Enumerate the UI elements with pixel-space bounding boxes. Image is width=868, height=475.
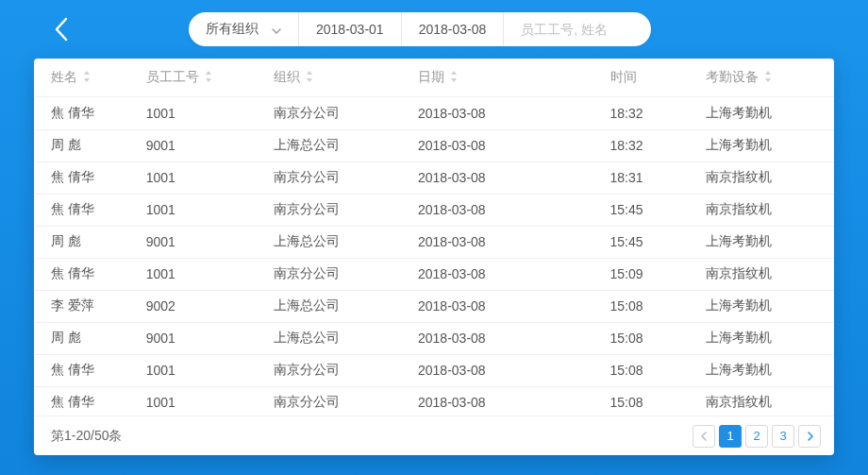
page-button-1[interactable]: 1 xyxy=(719,425,742,448)
table-row[interactable]: 焦 倩华1001南京分公司2018-03-0818:32上海考勤机 xyxy=(34,97,834,129)
col-header-date[interactable]: 日期 xyxy=(418,59,610,96)
cell-time: 15:09 xyxy=(610,258,707,290)
cell-emp_no: 1001 xyxy=(146,161,275,194)
date-from-value: 2018-03-01 xyxy=(316,22,384,37)
cell-name: 周 彪 xyxy=(34,322,146,354)
cell-org: 南京分公司 xyxy=(274,354,418,386)
cell-device: 上海考勤机 xyxy=(706,226,834,258)
cell-time: 18:32 xyxy=(610,97,707,129)
search-field-wrapper xyxy=(504,12,651,46)
cell-device: 上海考勤机 xyxy=(706,290,834,322)
page-next-button[interactable] xyxy=(798,425,821,448)
table-row[interactable]: 李 爱萍9002上海总公司2018-03-0815:08上海考勤机 xyxy=(34,290,834,322)
sort-icon xyxy=(306,70,313,85)
cell-date: 2018-03-08 xyxy=(418,258,610,290)
cell-device: 南京指纹机 xyxy=(706,161,834,194)
page-button-2[interactable]: 2 xyxy=(745,425,768,448)
table-scroll[interactable]: 焦 倩华1001南京分公司2018-03-0818:32上海考勤机周 彪9001… xyxy=(34,96,834,416)
cell-time: 15:08 xyxy=(610,386,707,416)
cell-org: 南京分公司 xyxy=(274,97,418,129)
table-row[interactable]: 焦 倩华1001南京分公司2018-03-0815:08南京指纹机 xyxy=(34,386,834,416)
cell-name: 李 爱萍 xyxy=(34,290,146,322)
cell-emp_no: 9001 xyxy=(146,226,275,258)
attendance-table-body: 焦 倩华1001南京分公司2018-03-0818:32上海考勤机周 彪9001… xyxy=(34,97,834,416)
cell-device: 南京指纹机 xyxy=(706,386,834,416)
col-header-device[interactable]: 考勤设备 xyxy=(706,59,834,96)
sort-icon xyxy=(450,70,458,85)
chevron-left-icon xyxy=(54,17,69,42)
cell-name: 焦 倩华 xyxy=(34,354,146,386)
cell-device: 上海考勤机 xyxy=(706,129,834,161)
back-button[interactable] xyxy=(47,15,75,43)
org-select-label: 所有组织 xyxy=(206,21,259,38)
table-row[interactable]: 周 彪9001上海总公司2018-03-0818:32上海考勤机 xyxy=(34,129,834,161)
cell-emp_no: 1001 xyxy=(146,97,275,129)
cell-emp_no: 9001 xyxy=(146,322,275,354)
cell-date: 2018-03-08 xyxy=(418,354,610,386)
cell-date: 2018-03-08 xyxy=(418,386,610,416)
col-header-empno[interactable]: 员工工号 xyxy=(146,59,275,96)
table-row[interactable]: 周 彪9001上海总公司2018-03-0815:08上海考勤机 xyxy=(34,322,834,354)
sort-icon xyxy=(764,70,772,85)
cell-device: 南京指纹机 xyxy=(706,194,834,226)
cell-date: 2018-03-08 xyxy=(418,129,610,161)
sort-icon xyxy=(83,70,91,85)
filter-bar: 所有组织 2018-03-01 2018-03-08 xyxy=(189,12,651,46)
page-button-3[interactable]: 3 xyxy=(772,425,794,448)
cell-name: 周 彪 xyxy=(34,226,146,258)
cell-name: 焦 倩华 xyxy=(34,161,146,194)
cell-time: 15:45 xyxy=(610,226,707,258)
cell-org: 南京分公司 xyxy=(274,194,418,226)
cell-time: 15:45 xyxy=(610,194,707,226)
cell-name: 焦 倩华 xyxy=(34,97,146,129)
cell-time: 18:31 xyxy=(610,161,707,194)
cell-emp_no: 1001 xyxy=(146,354,275,386)
cell-time: 18:32 xyxy=(610,129,707,161)
search-input[interactable] xyxy=(521,22,634,37)
cell-name: 焦 倩华 xyxy=(34,258,146,290)
cell-name: 焦 倩华 xyxy=(34,194,146,226)
chevron-left-icon xyxy=(701,432,708,441)
cell-org: 南京分公司 xyxy=(274,386,418,416)
cell-date: 2018-03-08 xyxy=(418,226,610,258)
cell-emp_no: 9002 xyxy=(146,290,275,322)
cell-name: 周 彪 xyxy=(34,129,146,161)
cell-date: 2018-03-08 xyxy=(418,161,610,194)
cell-emp_no: 9001 xyxy=(146,129,275,161)
cell-emp_no: 1001 xyxy=(146,258,275,290)
cell-emp_no: 1001 xyxy=(146,194,275,226)
cell-date: 2018-03-08 xyxy=(418,97,610,129)
cell-time: 15:08 xyxy=(610,354,707,386)
cell-org: 上海总公司 xyxy=(274,129,418,161)
cell-date: 2018-03-08 xyxy=(418,290,610,322)
cell-time: 15:08 xyxy=(610,322,707,354)
col-header-name[interactable]: 姓名 xyxy=(34,59,146,96)
attendance-card: 姓名 员工工号 组织 日期 时间 考勤设备 焦 倩华1001南京分公司2018-… xyxy=(34,59,834,455)
table-row[interactable]: 焦 倩华1001南京分公司2018-03-0818:31南京指纹机 xyxy=(34,161,834,194)
table-row[interactable]: 焦 倩华1001南京分公司2018-03-0815:09南京指纹机 xyxy=(34,258,834,290)
col-header-org[interactable]: 组织 xyxy=(274,59,418,96)
pagination-info: 第1-20/50条 xyxy=(51,428,122,445)
cell-device: 上海考勤机 xyxy=(706,97,834,129)
sort-icon xyxy=(205,70,212,85)
cell-device: 南京指纹机 xyxy=(706,258,834,290)
table-footer: 第1-20/50条 123 xyxy=(34,416,834,455)
cell-org: 南京分公司 xyxy=(274,161,418,194)
page-prev-button[interactable] xyxy=(693,425,715,448)
cell-org: 上海总公司 xyxy=(274,226,418,258)
cell-date: 2018-03-08 xyxy=(418,194,610,226)
col-header-time[interactable]: 时间 xyxy=(610,59,707,96)
table-row[interactable]: 焦 倩华1001南京分公司2018-03-0815:08上海考勤机 xyxy=(34,354,834,386)
cell-org: 上海总公司 xyxy=(274,322,418,354)
cell-device: 上海考勤机 xyxy=(706,354,834,386)
cell-emp_no: 1001 xyxy=(146,386,275,416)
attendance-table-head: 姓名 员工工号 组织 日期 时间 考勤设备 xyxy=(34,59,834,96)
table-row[interactable]: 焦 倩华1001南京分公司2018-03-0815:45南京指纹机 xyxy=(34,194,834,226)
date-to-input[interactable]: 2018-03-08 xyxy=(402,12,505,46)
date-from-input[interactable]: 2018-03-01 xyxy=(299,12,402,46)
cell-date: 2018-03-08 xyxy=(418,322,610,354)
org-select[interactable]: 所有组织 xyxy=(189,12,299,46)
cell-name: 焦 倩华 xyxy=(34,386,146,416)
table-row[interactable]: 周 彪9001上海总公司2018-03-0815:45上海考勤机 xyxy=(34,226,834,258)
cell-device: 上海考勤机 xyxy=(706,322,834,354)
